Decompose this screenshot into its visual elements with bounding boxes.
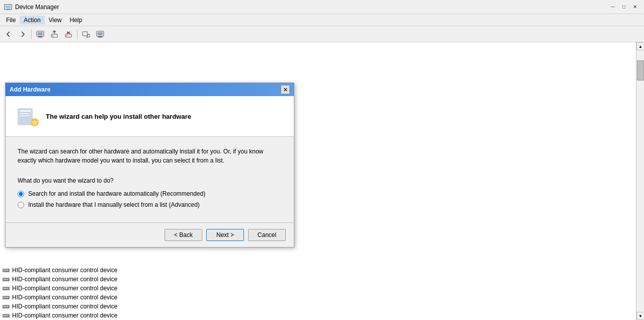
hid-device-icon [2, 311, 10, 319]
back-button[interactable] [2, 28, 15, 40]
svg-rect-46 [20, 113, 29, 114]
menu-action[interactable]: Action [20, 16, 44, 25]
device-label: HID-compliant consumer control device [12, 285, 117, 292]
forward-button[interactable] [16, 28, 29, 40]
svg-rect-23 [7, 270, 8, 271]
svg-rect-4 [38, 32, 43, 35]
scrollbar-thumb[interactable] [637, 60, 644, 81]
toolbar-separator-2 [77, 29, 77, 39]
dialog-banner: The wizard can help you install other ha… [6, 96, 294, 137]
svg-rect-25 [4, 279, 5, 280]
uninstall-icon [64, 30, 72, 38]
menu-file[interactable]: File [2, 16, 20, 25]
radio-manual-label[interactable]: Install the hardware that I manually sel… [28, 201, 200, 208]
title-bar: Device Manager ─ □ ✕ [0, 0, 644, 14]
svg-rect-42 [6, 315, 7, 316]
svg-rect-29 [4, 288, 5, 289]
uninstall-device-button[interactable] [62, 28, 75, 40]
forward-icon [19, 31, 26, 38]
svg-rect-34 [6, 297, 7, 298]
title-bar-left: Device Manager [4, 3, 59, 11]
radio-option-manual[interactable]: Install the hardware that I manually sel… [18, 201, 282, 208]
dialog-close-button[interactable]: ✕ [281, 85, 290, 94]
svg-rect-21 [4, 270, 5, 271]
scan-hardware-button[interactable] [79, 28, 93, 40]
scroll-up-arrow[interactable]: ▲ [636, 42, 644, 50]
svg-rect-47 [20, 115, 30, 116]
device-label: HID-compliant consumer control device [12, 303, 117, 310]
svg-rect-22 [6, 270, 7, 271]
device-label: HID-compliant consumer control device [12, 276, 117, 283]
svg-rect-30 [6, 288, 7, 289]
svg-rect-37 [4, 306, 5, 307]
svg-rect-35 [7, 297, 8, 298]
svg-rect-38 [6, 306, 7, 307]
scrollbar-track[interactable] [636, 50, 644, 312]
next-button[interactable]: Next > [206, 229, 244, 241]
app-title: Device Manager [15, 4, 59, 11]
hid-device-icon [2, 302, 10, 310]
add-hardware-dialog: Add Hardware ✕ The wizard can help you i… [5, 83, 294, 248]
toolbar [0, 26, 644, 42]
radio-option-auto[interactable]: Search for and install the hardware auto… [18, 190, 282, 197]
scroll-down-arrow[interactable]: ▼ [636, 312, 644, 320]
dialog-description: The wizard can search for other hardware… [18, 147, 282, 165]
radio-auto[interactable] [18, 191, 24, 197]
svg-point-12 [66, 35, 67, 36]
dialog-title-bar: Add Hardware ✕ [6, 83, 294, 96]
menu-view[interactable]: View [45, 16, 66, 25]
menu-help[interactable]: Help [66, 16, 87, 25]
radio-auto-label[interactable]: Search for and install the hardware auto… [28, 190, 205, 197]
dialog-body: The wizard can help you install other ha… [6, 96, 294, 247]
back-icon [5, 31, 12, 38]
app-icon [4, 3, 12, 11]
svg-rect-17 [98, 32, 103, 35]
svg-rect-9 [65, 34, 71, 37]
svg-rect-26 [6, 279, 7, 280]
hid-device-icon [2, 293, 10, 301]
svg-rect-41 [4, 315, 5, 316]
dialog-question: What do you want the wizard to do? [18, 177, 282, 184]
svg-rect-27 [7, 279, 8, 280]
svg-rect-13 [83, 32, 88, 36]
cancel-button[interactable]: Cancel [248, 229, 286, 241]
title-bar-controls: ─ □ ✕ [608, 2, 640, 12]
list-item[interactable]: HID-compliant consumer control device [0, 266, 636, 275]
radio-manual[interactable] [18, 202, 24, 208]
update-driver-button[interactable] [48, 28, 61, 40]
menu-bar: File Action View Help [0, 14, 644, 26]
restore-button[interactable]: □ [619, 2, 629, 12]
computer-properties-button[interactable] [94, 28, 107, 40]
list-item[interactable]: HID-compliant consumer control device [0, 311, 636, 320]
svg-rect-19 [98, 37, 103, 37]
scrollbar[interactable]: ▲ ▼ [636, 42, 644, 320]
device-label: HID-compliant consumer control device [12, 312, 117, 319]
computer-icon [96, 30, 104, 38]
svg-rect-33 [4, 297, 5, 298]
main-content: HID-compliant consumer control device HI… [0, 42, 644, 320]
minimize-button[interactable]: ─ [608, 2, 618, 12]
list-item[interactable]: HID-compliant consumer control device [0, 284, 636, 293]
device-label: HID-compliant consumer control device [12, 294, 117, 301]
close-button[interactable]: ✕ [630, 2, 640, 12]
svg-rect-7 [51, 34, 57, 37]
dialog-banner-text: The wizard can help you install other ha… [46, 113, 191, 120]
svg-rect-39 [7, 306, 8, 307]
svg-rect-18 [99, 36, 102, 37]
hid-device-icon [2, 266, 10, 274]
dialog-content: The wizard can search for other hardware… [6, 137, 294, 222]
svg-rect-31 [7, 288, 8, 289]
svg-rect-45 [20, 110, 31, 112]
update-driver-icon [50, 30, 58, 38]
svg-rect-2 [7, 9, 9, 10]
properties-icon [36, 30, 44, 38]
list-item[interactable]: HID-compliant consumer control device [0, 293, 636, 302]
scan-icon [82, 30, 90, 38]
show-properties-button[interactable] [34, 28, 47, 40]
hid-device-icon [2, 284, 10, 292]
back-button[interactable]: < Back [165, 229, 202, 241]
list-item[interactable]: HID-compliant consumer control device [0, 302, 636, 311]
svg-rect-6 [38, 37, 43, 37]
list-item[interactable]: HID-compliant consumer control device [0, 275, 636, 284]
svg-rect-5 [39, 36, 42, 37]
